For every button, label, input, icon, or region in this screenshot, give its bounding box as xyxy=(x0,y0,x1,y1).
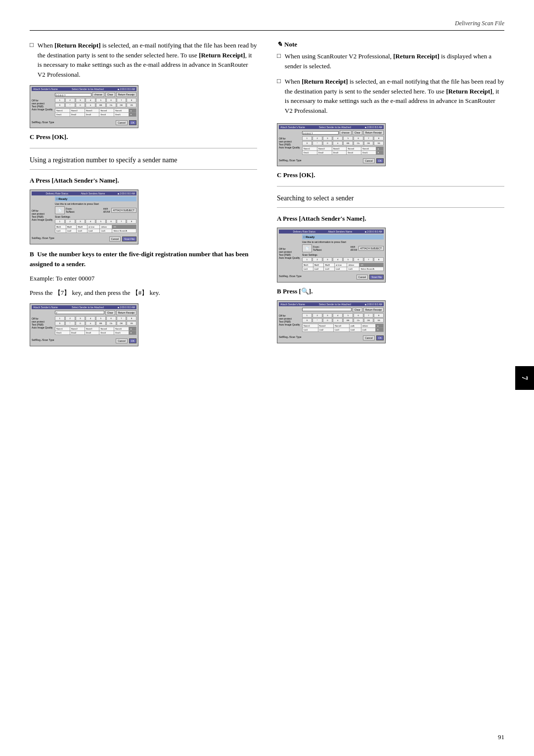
divider1 xyxy=(30,148,257,148)
ui-mockup-6: Attach Sender's Name Select Sender to be… xyxy=(277,300,386,343)
note-bullet2-text: When [Return Receipt] is selected, an e-… xyxy=(285,77,504,115)
step-b2: B Press [🔍]. xyxy=(277,287,504,295)
step-c2: C Press [OK]. xyxy=(277,171,504,179)
ui-mockup-5: Delivery Rate Status Attach Senders Name… xyxy=(277,228,386,283)
mockup2-titlebar: Delivery Rate Status Attach Senders Name… xyxy=(32,191,136,195)
note-bullet1: □ When using ScanRouter V2 Professional,… xyxy=(277,51,504,71)
divider3 xyxy=(277,186,504,187)
searching-title: Searching to select a sender xyxy=(277,193,504,203)
mockup6-titlebar: Attach Sender's Name Select Sender to be… xyxy=(279,302,384,306)
checkbox-icon-2: □ xyxy=(277,52,281,71)
page-header: Delivering Scan File xyxy=(30,20,504,31)
step-a1: A Press [Attach Sender's Name]. xyxy=(30,177,257,185)
page-number: 91 xyxy=(498,733,504,741)
left-column: □ When [Return Receipt] is selected, an … xyxy=(30,41,257,351)
note-bullet1-text: When using ScanRouter V2 Professional, [… xyxy=(285,51,504,71)
note-section: ✎ Note □ When using ScanRouter V2 Profes… xyxy=(277,41,504,115)
left-bullet1: □ When [Return Receipt] is selected, an … xyxy=(30,41,257,79)
checkbox-icon-3: □ xyxy=(277,77,281,115)
mockup4-titlebar: Attach Sender's Name Select Sender to be… xyxy=(279,125,384,129)
step-a2: A Press [Attach Sender's Name]. xyxy=(277,215,504,223)
ui-mockup-1: Attach Sender's Name Select Sender to be… xyxy=(30,85,138,128)
note-bullet2: □ When [Return Receipt] is selected, an … xyxy=(277,77,504,115)
ui-mockup-4: Attach Sender's Name Select Sender to be… xyxy=(277,123,386,166)
mockup3-titlebar: Attach Sender's Name Select Sender to be… xyxy=(32,305,136,309)
divider4 xyxy=(277,207,504,208)
ui-mockup-2: Delivery Rate Status Attach Senders Name… xyxy=(30,189,138,244)
right-column: ✎ Note □ When using ScanRouter V2 Profes… xyxy=(277,41,504,351)
header-title: Delivering Scan File xyxy=(455,20,504,27)
main-content: □ When [Return Receipt] is selected, an … xyxy=(30,41,504,351)
ui-mockup-3: Attach Sender's Name Select Sender to be… xyxy=(30,303,138,346)
chapter-tab: 7 xyxy=(515,366,534,390)
note-title: ✎ Note xyxy=(277,41,504,48)
step-b-text: B Use the number keys to enter the five-… xyxy=(30,249,257,270)
step-c1: C Press [OK]. xyxy=(30,133,257,141)
example-label: Example: To enter 00007 xyxy=(30,274,257,284)
divider2 xyxy=(30,169,257,170)
mockup5-titlebar: Delivery Rate Status Attach Senders Name… xyxy=(279,230,384,234)
chapter-number: 7 xyxy=(521,376,529,380)
section-title-reg: Using a registration number to specify a… xyxy=(30,155,257,165)
mockup1-titlebar: Attach Sender's Name Select Sender to be… xyxy=(32,87,136,91)
checkbox-icon: □ xyxy=(30,41,34,79)
example-desc: Press the 【7】 key, and then press the 【#… xyxy=(30,288,257,298)
mockup1-row1: Off for own protect Text (P&B) Auto Imag… xyxy=(32,92,136,118)
left-bullet1-text: When [Return Receipt] is selected, an e-… xyxy=(38,41,257,79)
